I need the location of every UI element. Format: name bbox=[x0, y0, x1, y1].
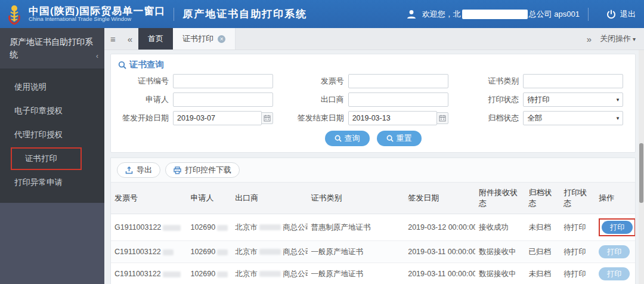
tab-home[interactable]: 首页 bbox=[138, 28, 173, 50]
print-button[interactable]: 打印 bbox=[602, 221, 633, 234]
content-area: 证书查询 证书编号 发票号 证书类别 申请人 出口商 打印状 bbox=[104, 50, 644, 284]
tabs-scroll-right-icon[interactable]: » bbox=[581, 34, 597, 44]
header-divider bbox=[174, 8, 174, 21]
sidebar-collapse-icon[interactable]: ‹ bbox=[96, 51, 98, 61]
redacted-text bbox=[163, 225, 181, 231]
redacted-text bbox=[259, 249, 281, 255]
close-operations-dropdown[interactable]: 关闭操作▾ bbox=[597, 33, 644, 44]
table-row: G1911003122 102690 北京市 商总公司 普惠制原产地证书 201… bbox=[111, 214, 635, 241]
calendar-icon[interactable] bbox=[261, 112, 273, 124]
header-divider-2 bbox=[588, 8, 589, 21]
sidebar-item-cert-print[interactable]: 证书打印 bbox=[11, 147, 82, 170]
sidebar-menu: 使用说明 电子印章授权 代理打印授权 证书打印 打印异常申请 bbox=[0, 69, 104, 203]
applicant-label: 申请人 bbox=[118, 94, 173, 105]
archive-status-label: 归档状态 bbox=[468, 113, 523, 124]
sidebar-item-usage-guide[interactable]: 使用说明 bbox=[0, 75, 104, 99]
header-user-area: 欢迎您，北 总公司 aps001 退出 bbox=[406, 8, 636, 21]
menu-toggle-icon[interactable]: ≡ bbox=[104, 28, 122, 50]
select-arrow-icon: ▾ bbox=[617, 97, 620, 103]
sidebar-title[interactable]: 原产地证书自助打印系统 ‹ bbox=[0, 28, 104, 69]
search-icon bbox=[118, 61, 126, 69]
print-status-select[interactable]: 待打印▾ bbox=[523, 92, 623, 107]
start-date-input[interactable]: 2019-03-07 bbox=[173, 111, 262, 125]
applicant-input[interactable] bbox=[173, 92, 273, 107]
print-control-download-button[interactable]: 打印控件下载 bbox=[165, 162, 240, 178]
sidebar-item-agent-print-auth[interactable]: 代理打印授权 bbox=[0, 123, 104, 147]
print-status-label: 打印状态 bbox=[468, 94, 523, 105]
list-toolbar: 导出 打印控件下载 bbox=[111, 158, 635, 182]
search-icon bbox=[335, 135, 342, 142]
col-cert-type: 证书类别 bbox=[308, 183, 405, 214]
col-exporter: 出口商 bbox=[231, 183, 307, 214]
cert-no-label: 证书编号 bbox=[118, 76, 173, 87]
col-invoice: 发票号 bbox=[111, 183, 187, 214]
cert-type-input[interactable] bbox=[523, 74, 623, 88]
results-table: 发票号 申请人 出口商 证书类别 签发日期 附件接收状态 归档状态 打印状态 操… bbox=[111, 182, 635, 284]
table-header-row: 发票号 申请人 出口商 证书类别 签发日期 附件接收状态 归档状态 打印状态 操… bbox=[111, 183, 635, 214]
tab-close-icon[interactable]: × bbox=[218, 35, 225, 43]
logout-label: 退出 bbox=[620, 9, 636, 20]
redacted-text bbox=[217, 249, 228, 255]
redacted-text bbox=[259, 271, 281, 277]
printer-icon bbox=[174, 166, 181, 174]
cert-type-label: 证书类别 bbox=[468, 76, 523, 87]
result-list-panel: 导出 打印控件下载 bbox=[110, 158, 636, 284]
cert-query-panel: 证书查询 证书编号 发票号 证书类别 申请人 出口商 打印状 bbox=[110, 54, 636, 153]
export-button[interactable]: 导出 bbox=[117, 162, 160, 178]
welcome-text-prefix: 欢迎您，北 bbox=[422, 9, 461, 20]
col-archive-status: 归档状态 bbox=[525, 183, 560, 214]
brand-name-en: China International Trade Single Window bbox=[29, 16, 165, 22]
end-date-input[interactable]: 2019-03-13 bbox=[348, 111, 437, 125]
panel-title: 证书查询 bbox=[118, 59, 628, 70]
calendar-icon[interactable] bbox=[436, 112, 448, 124]
sidebar-filler bbox=[0, 203, 104, 284]
annotation-highlight: 打印 bbox=[599, 218, 635, 236]
table-row: C1911003122 102690 北京市 商总公司 一般原产地证书 2019… bbox=[111, 241, 635, 263]
vertical-scrollbar[interactable] bbox=[639, 50, 644, 284]
search-icon bbox=[386, 135, 394, 142]
invoice-no-label: 发票号 bbox=[293, 76, 348, 87]
redacted-text bbox=[217, 271, 228, 277]
user-icon bbox=[406, 9, 417, 20]
brand-block: 中国(陕西)国际贸易单一窗口 China International Trade… bbox=[29, 6, 165, 23]
exporter-label: 出口商 bbox=[293, 94, 348, 105]
search-form: 证书编号 发票号 证书类别 申请人 出口商 打印状态 待打印▾ 签发开始日 bbox=[118, 74, 628, 125]
redacted-text bbox=[163, 249, 174, 255]
col-attach-status: 附件接收状态 bbox=[475, 183, 525, 214]
chevron-down-icon: ▾ bbox=[633, 36, 636, 42]
tab-bar: ≡ « 首页 证书打印 × » 关闭操作▾ bbox=[104, 28, 644, 50]
sidebar-item-print-exception[interactable]: 打印异常申请 bbox=[0, 171, 104, 195]
end-date-label: 签发结束日期 bbox=[293, 113, 348, 124]
col-issue-date: 签发日期 bbox=[404, 183, 475, 214]
top-header: 中国(陕西)国际贸易单一窗口 China International Trade… bbox=[0, 0, 644, 28]
query-button[interactable]: 查询 bbox=[325, 131, 370, 146]
sidebar-item-eseal-auth[interactable]: 电子印章授权 bbox=[0, 99, 104, 123]
logout-button[interactable]: 退出 bbox=[606, 9, 636, 20]
redacted-company-name bbox=[462, 10, 528, 19]
export-icon bbox=[125, 166, 133, 174]
redacted-text bbox=[259, 224, 281, 230]
welcome-text-suffix: 总公司 aps001 bbox=[529, 9, 580, 20]
tabs-scroll-left-icon[interactable]: « bbox=[122, 28, 138, 50]
sidebar: 原产地证书自助打印系统 ‹ 使用说明 电子印章授权 代理打印授权 证书打印 打印… bbox=[0, 28, 104, 284]
scrollbar-thumb[interactable] bbox=[639, 143, 643, 203]
cert-no-input[interactable] bbox=[173, 74, 273, 88]
start-date-label: 签发开始日期 bbox=[118, 113, 173, 124]
print-button[interactable]: 打印 bbox=[599, 267, 630, 280]
invoice-no-input[interactable] bbox=[348, 74, 448, 88]
power-icon bbox=[606, 10, 616, 19]
redacted-text bbox=[217, 225, 228, 231]
tab-cert-print[interactable]: 证书打印 × bbox=[173, 28, 236, 50]
search-actions: 查询 重置 bbox=[118, 131, 628, 146]
archive-status-select[interactable]: 全部▾ bbox=[523, 111, 623, 125]
app-window: 中国(陕西)国际贸易单一窗口 China International Trade… bbox=[0, 0, 644, 284]
exporter-input[interactable] bbox=[348, 92, 448, 107]
table-row: C1911003122 102690 北京市 商总公司 一般原产地证书 2019… bbox=[111, 263, 635, 284]
redacted-text bbox=[163, 271, 181, 277]
col-print-status: 打印状态 bbox=[560, 183, 595, 214]
reset-button[interactable]: 重置 bbox=[377, 131, 422, 146]
select-arrow-icon: ▾ bbox=[617, 115, 620, 121]
col-action: 操作 bbox=[595, 183, 635, 214]
print-button[interactable]: 打印 bbox=[599, 245, 630, 258]
app-title: 原产地证书自助打印系统 bbox=[182, 7, 307, 21]
